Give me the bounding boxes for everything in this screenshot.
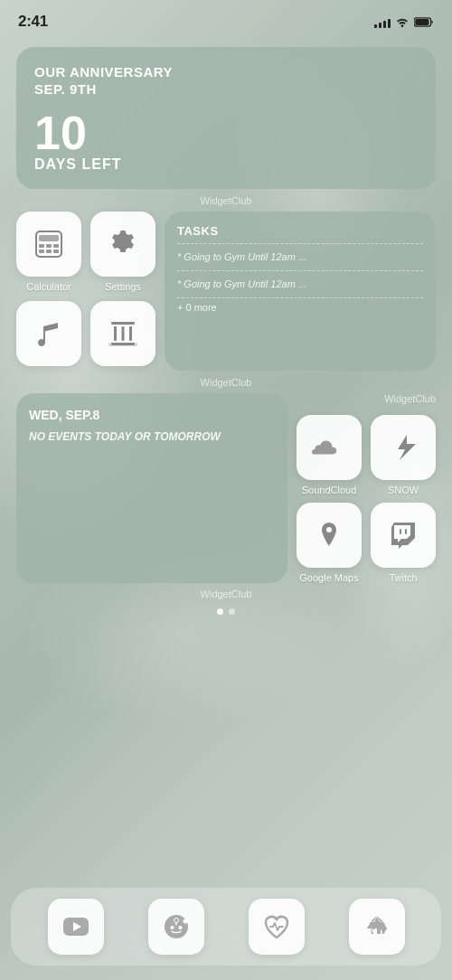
soundcloud-icon-bg[interactable] (297, 415, 362, 480)
twitch-icon-bg[interactable] (371, 503, 436, 568)
widgetclub-label-2: WidgetClub (16, 377, 436, 388)
signal-bar-4 (388, 19, 391, 28)
settings-icon-bg[interactable] (90, 212, 155, 277)
soundcloud-icon (312, 430, 346, 465)
anniversary-title: Our anniversary (34, 63, 418, 81)
wifi-icon (395, 15, 410, 28)
svg-rect-5 (46, 244, 52, 248)
svg-rect-6 (53, 244, 59, 248)
svg-rect-16 (400, 529, 401, 534)
app-googlemaps-container[interactable]: Google Maps (297, 503, 362, 583)
app-library-container[interactable] (90, 301, 155, 371)
middle-row: Calculator Settings (16, 212, 436, 371)
dock-health[interactable] (249, 899, 305, 955)
svg-point-20 (170, 926, 174, 929)
calendar-widget[interactable]: Wed, Sep.8 No events today or tomorrow (16, 393, 287, 583)
snow-bolt-icon (387, 431, 419, 464)
right-apps-row-1: SoundCloud SNOW (297, 415, 436, 495)
calendar-note: No events today or tomorrow (29, 429, 275, 445)
health-icon (262, 912, 291, 941)
app-soundcloud-container[interactable]: SoundCloud (297, 415, 362, 495)
svg-rect-9 (53, 250, 59, 253)
page-dot-2[interactable] (229, 608, 235, 615)
tasks-title: Tasks (177, 224, 423, 238)
right-apps-row-2: Google Maps Twitch (297, 503, 436, 583)
music-icon-bg[interactable] (16, 301, 81, 366)
youtube-icon (61, 912, 90, 941)
library-icon (107, 317, 139, 350)
task-item-2: * Going to Gym Until 12am ... (177, 275, 423, 294)
app-music-container[interactable] (16, 301, 81, 371)
bottom-section: Wed, Sep.8 No events today or tomorrow W… (16, 393, 436, 583)
twitch-icon (387, 519, 419, 551)
right-apps-section: WidgetClub SoundCloud (297, 393, 436, 583)
svg-rect-14 (129, 326, 132, 341)
svg-rect-11 (111, 322, 135, 325)
task-divider-3 (177, 297, 423, 298)
app-settings-container[interactable]: Settings (90, 212, 155, 292)
svg-rect-4 (39, 244, 44, 248)
task-divider-2 (177, 270, 423, 271)
svg-rect-12 (114, 326, 117, 341)
tasks-more: + 0 more (177, 302, 423, 313)
snow-label: SNOW (388, 485, 419, 495)
svg-rect-3 (39, 235, 59, 241)
days-number: 10 (34, 109, 418, 156)
snow-icon-bg[interactable] (371, 415, 436, 480)
app-grid: Calculator Settings (16, 212, 155, 371)
calendar-day: Wed, Sep.8 (29, 408, 275, 422)
app-icons-section: Calculator Settings (16, 212, 155, 371)
content-area: Our anniversary Sep. 9th 10 Days Left Wi… (0, 40, 452, 884)
calculator-label: Calculator (26, 281, 71, 292)
dock (11, 888, 441, 966)
battery-icon (414, 16, 434, 28)
signal-bar-2 (379, 23, 381, 28)
library-icon-bg[interactable] (90, 301, 155, 366)
app-twitch-container[interactable]: Twitch (371, 503, 436, 583)
signal-bar-1 (374, 24, 377, 28)
soundcloud-label: SoundCloud (302, 485, 357, 495)
screen: 2:41 Our anniversary Sep. 9th 10 (0, 0, 452, 980)
page-dot-1[interactable] (217, 608, 223, 615)
settings-icon (107, 228, 139, 260)
days-label: Days Left (34, 156, 418, 173)
settings-label: Settings (105, 281, 141, 292)
status-bar: 2:41 (0, 0, 452, 40)
dock-youtube[interactable] (48, 899, 104, 955)
svg-rect-8 (46, 250, 52, 253)
app-snow-container[interactable]: SNOW (371, 415, 436, 495)
anniversary-widget[interactable]: Our anniversary Sep. 9th 10 Days Left (16, 47, 436, 189)
appstore-icon (363, 912, 391, 941)
calculator-icon (33, 228, 65, 260)
app-calculator-container[interactable]: Calculator (16, 212, 81, 292)
reddit-icon (162, 912, 191, 941)
svg-rect-1 (415, 19, 428, 25)
svg-point-21 (178, 926, 182, 929)
svg-point-22 (174, 919, 178, 923)
calculator-icon-bg[interactable] (16, 212, 81, 277)
googlemaps-label: Google Maps (299, 572, 358, 583)
tasks-widget[interactable]: Tasks * Going to Gym Until 12am ... * Go… (165, 212, 436, 371)
signal-bar-3 (383, 21, 386, 28)
anniversary-date: Sep. 9th (34, 81, 418, 97)
widgetclub-label-1: WidgetClub (16, 195, 436, 206)
widgetclub-label-3: WidgetClub (297, 393, 436, 404)
task-divider-1 (177, 243, 423, 244)
svg-rect-7 (39, 250, 44, 253)
googlemaps-icon-bg[interactable] (297, 503, 362, 568)
dock-reddit[interactable] (148, 899, 204, 955)
dock-appstore[interactable] (349, 899, 405, 955)
svg-point-23 (183, 919, 187, 924)
widgetclub-label-4: WidgetClub (16, 589, 436, 599)
signal-bars-icon (374, 15, 391, 28)
svg-rect-15 (405, 529, 407, 534)
status-icons (374, 15, 434, 28)
music-note-icon (33, 317, 65, 350)
page-dots (16, 608, 436, 615)
task-item-1: * Going to Gym Until 12am ... (177, 248, 423, 267)
svg-rect-13 (122, 326, 125, 341)
map-pin-icon (313, 519, 345, 551)
status-time: 2:41 (18, 13, 48, 31)
twitch-label: Twitch (389, 572, 417, 583)
